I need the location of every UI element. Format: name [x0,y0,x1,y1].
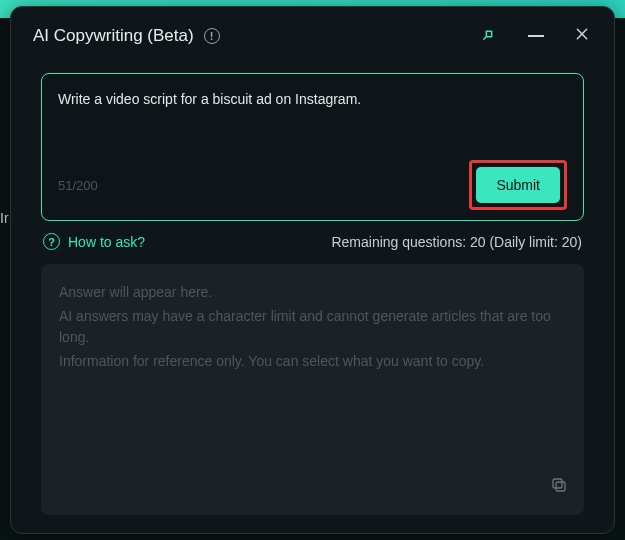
ai-copywriting-panel: AI Copywriting (Beta) ! Write a video sc… [10,6,615,534]
help-icon[interactable]: ? [43,233,60,250]
meta-row: ? How to ask? Remaining questions: 20 (D… [41,221,584,264]
svg-rect-2 [556,482,565,491]
copy-button[interactable] [550,476,568,501]
submit-button[interactable]: Submit [476,167,560,203]
svg-rect-3 [553,479,562,488]
info-icon[interactable]: ! [204,28,220,44]
prompt-text[interactable]: Write a video script for a biscuit ad on… [58,90,567,152]
pin-icon [480,25,498,47]
answer-area: Answer will appear here. AI answers may … [41,264,584,515]
char-counter: 51/200 [58,178,98,193]
panel-title: AI Copywriting (Beta) [33,26,194,46]
minimize-button[interactable] [514,31,558,41]
panel-header: AI Copywriting (Beta) ! [11,7,614,61]
prompt-input[interactable]: Write a video script for a biscuit ad on… [41,73,584,221]
input-footer: 51/200 Submit [58,160,567,210]
how-to-ask-link[interactable]: How to ask? [68,234,145,250]
pin-button[interactable] [474,21,504,51]
close-icon [574,26,590,46]
answer-line: Answer will appear here. [59,282,566,304]
answer-placeholder: Answer will appear here. AI answers may … [59,282,566,375]
submit-highlight: Submit [469,160,567,210]
panel-content: Write a video script for a biscuit ad on… [11,61,614,533]
answer-line: Information for reference only. You can … [59,351,566,373]
remaining-questions: Remaining questions: 20 (Daily limit: 20… [331,234,582,250]
close-button[interactable] [568,22,596,50]
answer-line: AI answers may have a character limit an… [59,306,566,349]
minimize-icon [528,35,544,37]
